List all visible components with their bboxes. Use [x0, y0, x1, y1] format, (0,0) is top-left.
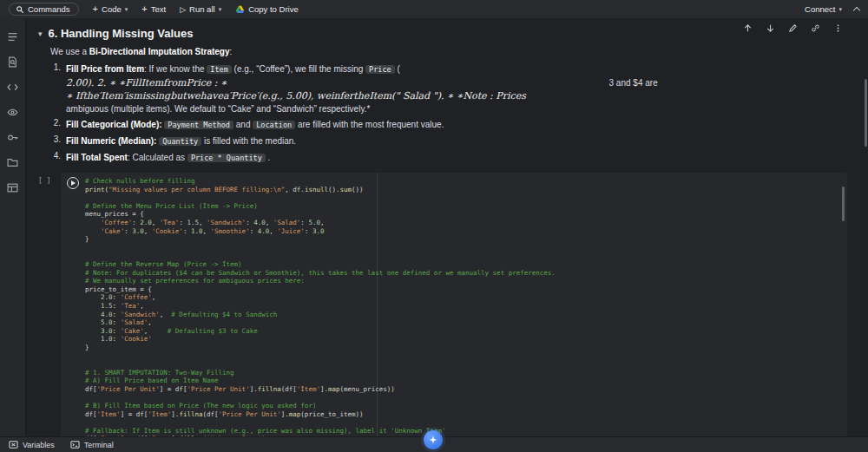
code-line — [85, 252, 844, 260]
cell-toolbar — [741, 22, 844, 34]
run-all-button[interactable]: ▷ Run all ▾ — [180, 4, 221, 14]
section-collapse-icon[interactable]: ▾ — [38, 29, 43, 38]
code-text: : — [305, 227, 312, 235]
code-text: , — [152, 293, 156, 301]
collapse-header-button[interactable] — [854, 6, 859, 13]
plus-icon: + — [93, 4, 98, 14]
variable-inspector-button[interactable] — [5, 104, 21, 120]
text-segment: Fill Numeric (Median): — [66, 136, 156, 146]
move-cell-down-button[interactable] — [764, 22, 776, 34]
code-line: # We manually set preferences for ambigu… — [85, 277, 844, 285]
gemini-button[interactable] — [424, 430, 443, 449]
text-segment: Fill Total Spent — [66, 153, 128, 162]
editor-scrollbar[interactable] — [842, 187, 845, 221]
code-line — [85, 351, 844, 360]
left-sidebar — [0, 18, 26, 436]
more-options-button[interactable] — [832, 22, 844, 34]
number-token: 4.0 — [253, 219, 266, 226]
string-token: 'Price Per Unit' — [219, 410, 281, 418]
spacer — [227, 85, 609, 86]
code-text: , df. — [285, 186, 305, 193]
variables-panel-button[interactable]: Variables — [9, 440, 55, 449]
play-icon: ▷ — [180, 5, 186, 14]
comment-token: # A) Fill Price based on Item Name — [85, 377, 219, 384]
comment-token: # Check nulls before filling — [85, 177, 194, 185]
secrets-button[interactable] — [5, 129, 21, 145]
find-replace-button[interactable] — [5, 54, 21, 69]
function-token: sum — [340, 186, 352, 193]
terminal-label: Terminal — [84, 441, 114, 449]
code-text: : — [113, 318, 121, 326]
string-token: 'Cake' — [101, 227, 124, 235]
code-line: # Define the Reverse Map (Price -> Item) — [85, 260, 844, 269]
markdown-list: 1.Fill Price from Item: If we know the I… — [50, 62, 856, 165]
terminal-panel-button[interactable]: Terminal — [70, 440, 114, 449]
code-line — [85, 193, 844, 202]
files-button[interactable] — [5, 154, 21, 170]
code-editor[interactable]: # Check nulls before fillingprint("Missi… — [61, 173, 847, 436]
function-token: isnull — [305, 186, 328, 193]
number-token: 1.5 — [187, 219, 199, 226]
move-cell-up-button[interactable] — [741, 22, 753, 34]
string-token: 'Salad' — [273, 219, 301, 226]
code-line: 3.0: 'Cake', # Defaulting $3 to Cake — [85, 327, 844, 336]
code-line: print("Missing values per column BEFORE … — [85, 186, 844, 194]
string-token: 'Item' — [97, 435, 121, 436]
list-item-body: Fill Price from Item: If we know the Ite… — [66, 62, 856, 115]
connect-button[interactable]: Connect ▾ — [805, 4, 842, 14]
copy-link-button[interactable] — [809, 22, 821, 34]
number-token: 1.0 — [101, 335, 113, 343]
copy-to-drive-button[interactable]: Copy to Drive — [235, 4, 299, 14]
add-code-button[interactable]: + Code ▾ — [93, 4, 128, 14]
text-segment: is filled with the median. — [201, 136, 296, 146]
data-table-button[interactable] — [5, 180, 21, 195]
list-item: 2.Fill Categorical (Mode): Payment Metho… — [50, 118, 856, 132]
string-token: 'Item' — [148, 410, 171, 418]
variables-icon — [9, 440, 18, 449]
chevron-down-icon: ▾ — [838, 6, 842, 13]
string-token: 'Item' — [97, 410, 121, 418]
code-text: : — [113, 327, 121, 335]
notebook-area: ▾ 6. Handling Missing Values We use a Bi… — [26, 18, 868, 436]
number-token: 3.0 — [101, 327, 113, 335]
code-line: 1.5: 'Tea', — [85, 302, 844, 311]
string-token: 'Price Per Unit' — [187, 385, 249, 393]
number-token: 3.0 — [132, 227, 144, 235]
table-icon — [7, 182, 18, 193]
list-item: 1.Fill Price from Item: If we know the I… — [50, 62, 856, 115]
table-of-contents-button[interactable] — [5, 29, 21, 44]
edit-cell-button[interactable] — [786, 22, 799, 34]
list-item-body: Fill Total Spent: Calculated as Price * … — [66, 151, 856, 165]
number-token: 1.5 — [101, 302, 113, 310]
folder-icon — [7, 157, 18, 168]
code-text: : — [246, 219, 253, 226]
text-line: Fill Total Spent: Calculated as Price * … — [66, 151, 856, 165]
string-token: 'Sandwich' — [121, 311, 160, 318]
string-token: 'Smoothie' — [211, 227, 250, 235]
text-line: Fill Categorical (Mode): Payment Method … — [66, 118, 856, 132]
code-line: 5.0: 'Salad', — [85, 318, 844, 327]
code-snippets-button[interactable] — [5, 79, 21, 95]
eye-icon — [7, 107, 18, 118]
comment-token: # We manually set preferences for ambigu… — [85, 277, 305, 285]
page-scrollbar[interactable] — [865, 79, 867, 147]
code-text: , — [199, 219, 207, 226]
toc-icon — [7, 31, 18, 43]
comment-token: # Define the Reverse Map (Price -> Item) — [85, 260, 242, 268]
text-segment: Bi-Directional Imputation Strategy — [89, 47, 230, 56]
number-token: 4.0 — [101, 311, 113, 318]
code-line: # B) Fill Item based on Price (The new l… — [85, 402, 844, 410]
execution-count: [ ] — [38, 173, 61, 436]
text-segment: ambiguous (multiple items). We default t… — [66, 104, 370, 114]
text-line: Fill Price from Item: If we know the Ite… — [66, 62, 856, 76]
text-segment: 2.00). 2. ∗ ∗FillItemfromPrice : ∗ — [66, 77, 227, 88]
commands-button[interactable]: Commands — [9, 3, 79, 16]
function-token: fillna — [179, 435, 202, 436]
code-line: # Fallback: If Item is still unknown (e.… — [85, 427, 844, 436]
code-line: 4.0: 'Sandwich', # Defaulting $4 to Sand… — [85, 311, 844, 319]
add-text-button[interactable]: + Text — [141, 4, 166, 14]
code-text: df[ — [85, 385, 97, 393]
text-segment: ∗ Ifthe′Item′ismissingbutwehavea′Price′(… — [66, 90, 526, 102]
comment-token: # Note: For duplicates ($4 can be Sandwi… — [85, 269, 556, 277]
text-segment: and — [233, 120, 253, 129]
